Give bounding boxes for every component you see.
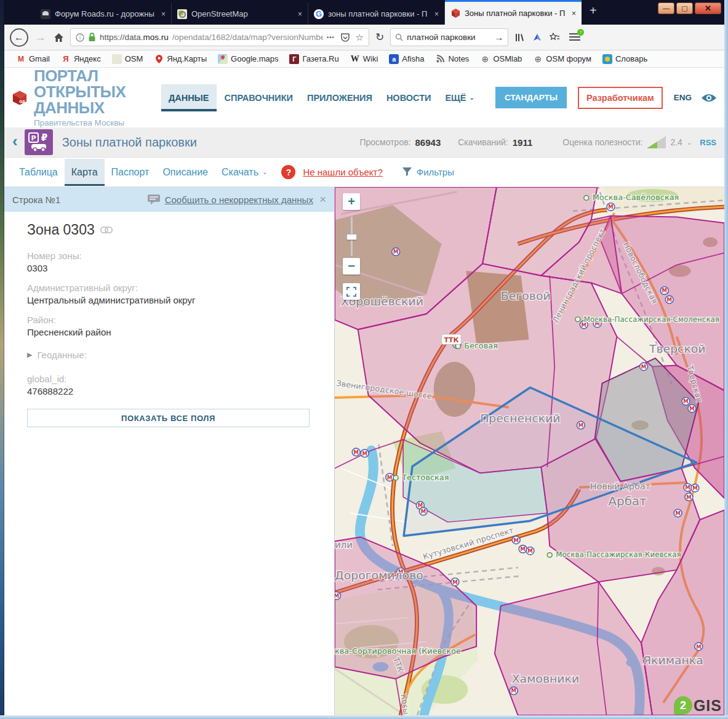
- nav-apps[interactable]: ПРИЛОЖЕНИЯ: [301, 68, 378, 127]
- link-icon[interactable]: [100, 227, 113, 233]
- gmail-icon: M: [16, 54, 26, 64]
- close-button[interactable]: ✕: [695, 2, 721, 14]
- rating-gauge-icon[interactable]: [647, 136, 666, 148]
- 2gis-logo[interactable]: 2 GIS: [674, 696, 722, 715]
- page-actions-icon[interactable]: •••: [327, 34, 334, 41]
- reload-button[interactable]: ↻: [374, 31, 385, 44]
- bookmark-osm[interactable]: OSM: [106, 54, 149, 64]
- minimize-button[interactable]: —: [658, 2, 674, 14]
- field-global-id: global_id: 476888222: [27, 374, 310, 396]
- addon-icon[interactable]: [531, 33, 543, 42]
- show-all-fields-button[interactable]: ПОКАЗАТЬ ВСЕ ПОЛЯ: [27, 409, 310, 427]
- bookmark-yandex-maps[interactable]: Янд.Карты: [148, 54, 212, 64]
- zoom-in-button[interactable]: +: [343, 193, 360, 210]
- back-button[interactable]: ←: [10, 28, 28, 47]
- tab-close-icon[interactable]: ×: [434, 10, 439, 18]
- svg-text:i: i: [79, 34, 81, 41]
- nav-more[interactable]: ЕЩЁ⌄: [439, 68, 481, 127]
- forward-button[interactable]: →: [33, 31, 47, 44]
- fullscreen-icon: [346, 287, 356, 297]
- url-bar[interactable]: i https://data.mos.ru /opendata/1682/dat…: [70, 28, 369, 46]
- feed-icon: [435, 54, 445, 64]
- bookmark-notes[interactable]: Notes: [430, 54, 474, 64]
- bookmark-gazeta[interactable]: ГГазета.Ru: [284, 54, 344, 64]
- tab-close-icon[interactable]: ×: [572, 9, 576, 18]
- new-tab-button[interactable]: +: [582, 0, 605, 25]
- standards-button[interactable]: СТАНДАРТЫ: [495, 87, 567, 108]
- bookmarks-menu-icon[interactable]: [548, 33, 561, 42]
- home-button[interactable]: [52, 33, 65, 42]
- map-svg: М: [335, 187, 724, 715]
- tab-description[interactable]: Описание: [156, 159, 215, 186]
- tab-map[interactable]: Карта: [65, 159, 105, 186]
- developers-button[interactable]: Разработчикам: [578, 87, 663, 109]
- bookmark-gmail[interactable]: MGmail: [10, 54, 55, 64]
- tab-close-icon[interactable]: ×: [161, 10, 166, 18]
- bookmark-google-maps[interactable]: Google.maps: [212, 54, 284, 64]
- bookmark-star-icon[interactable]: ☆: [356, 32, 364, 43]
- browser-tab-3[interactable]: G зоны платной парковки - П ×: [308, 3, 445, 25]
- url-text: https://data.mos.ru: [100, 33, 169, 42]
- bookmark-osm-forum[interactable]: ⊕OSM форум: [527, 54, 597, 64]
- nav-data[interactable]: ДАННЫЕ: [161, 84, 217, 111]
- pocket-icon[interactable]: [341, 33, 350, 42]
- svg-text:Пресненский: Пресненский: [480, 412, 560, 425]
- search-go-icon[interactable]: →: [494, 32, 503, 42]
- triangle-right-icon: ▶: [27, 351, 32, 359]
- chevron-down-icon[interactable]: ⌄: [687, 139, 692, 146]
- map-canvas[interactable]: М: [335, 187, 724, 715]
- menu-hamburger-icon[interactable]: ↑: [566, 33, 583, 41]
- tab-passport[interactable]: Паспорт: [105, 159, 156, 186]
- report-incorrect-data[interactable]: Сообщить о некорректных данных: [148, 195, 313, 205]
- svg-text:ОД: ОД: [19, 99, 25, 103]
- not-found-link[interactable]: Не нашли объект?: [303, 167, 382, 177]
- 2gis-leaf-icon: 2: [674, 696, 692, 715]
- tab-download[interactable]: Скачать⌄: [215, 159, 274, 186]
- tab-title: OpenStreetMap: [191, 9, 294, 18]
- browser-tab-4-active[interactable]: Зоны платной парковки - П ×: [445, 0, 582, 25]
- browser-tab-2[interactable]: OpenStreetMap ×: [172, 3, 308, 25]
- google-favicon-icon: G: [314, 9, 324, 19]
- browser-tab-1[interactable]: Форум Roads.ru - дорожны ×: [35, 3, 172, 25]
- bookmark-slovar[interactable]: Словарь: [597, 54, 653, 64]
- back-chevron[interactable]: ‹: [12, 133, 18, 149]
- help-button[interactable]: ?: [281, 165, 295, 179]
- geodata-toggle[interactable]: ▶ Геоданные:: [27, 350, 310, 360]
- rating-value: 2.4: [670, 137, 682, 147]
- filters-button[interactable]: Фильтры: [402, 167, 454, 177]
- tab-title: зоны платной парковки - П: [328, 9, 430, 18]
- nav-reference[interactable]: СПРАВОЧНИКИ: [218, 68, 300, 127]
- search-box[interactable]: платной парковки →: [390, 28, 508, 46]
- portal-logo[interactable]: ОД: [12, 81, 28, 114]
- downloads-label: Скачиваний:: [458, 137, 508, 147]
- bookmark-afisha[interactable]: aAfisha: [383, 54, 430, 64]
- bookmark-yandex[interactable]: ЯЯндекс: [55, 54, 106, 64]
- accessibility-eye-icon[interactable]: [701, 93, 717, 103]
- panel-close-icon[interactable]: ×: [319, 193, 326, 206]
- dataset-tabs: Таблица Карта Паспорт Описание Скачать⌄ …: [4, 158, 724, 187]
- tab-table[interactable]: Таблица: [12, 159, 65, 186]
- dataset-title: Зоны платной парковки: [62, 135, 197, 150]
- fullscreen-button[interactable]: [343, 283, 360, 300]
- window-frame-bottom: [0, 715, 728, 719]
- language-toggle[interactable]: ENG: [674, 93, 692, 102]
- search-value: платной парковки: [407, 33, 475, 42]
- zoom-out-button[interactable]: −: [343, 258, 360, 275]
- bookmarks-bar: MGmail ЯЯндекс OSM Янд.Карты Google.maps…: [4, 50, 724, 68]
- funnel-icon: [402, 167, 412, 177]
- globe-icon: ⊕: [480, 54, 490, 64]
- zoom-slider-handle[interactable]: [346, 234, 357, 240]
- library-icon[interactable]: [513, 33, 526, 42]
- tab-close-icon[interactable]: ×: [298, 10, 302, 18]
- afisha-icon: a: [389, 54, 399, 64]
- wiki-icon: W: [350, 54, 360, 64]
- rss-link[interactable]: RSS: [700, 138, 716, 147]
- bookmark-osmlab[interactable]: ⊕OSMlab: [474, 54, 527, 64]
- nav-news[interactable]: НОВОСТИ: [380, 68, 438, 127]
- bookmark-wiki[interactable]: WWiki: [345, 54, 384, 64]
- maximize-button[interactable]: ▢: [676, 2, 693, 14]
- globe-icon: ⊕: [533, 54, 543, 64]
- info-icon[interactable]: i: [76, 33, 84, 42]
- svg-text:Беговая: Беговая: [464, 341, 498, 350]
- tab-title: Форум Roads.ru - дорожны: [55, 9, 157, 18]
